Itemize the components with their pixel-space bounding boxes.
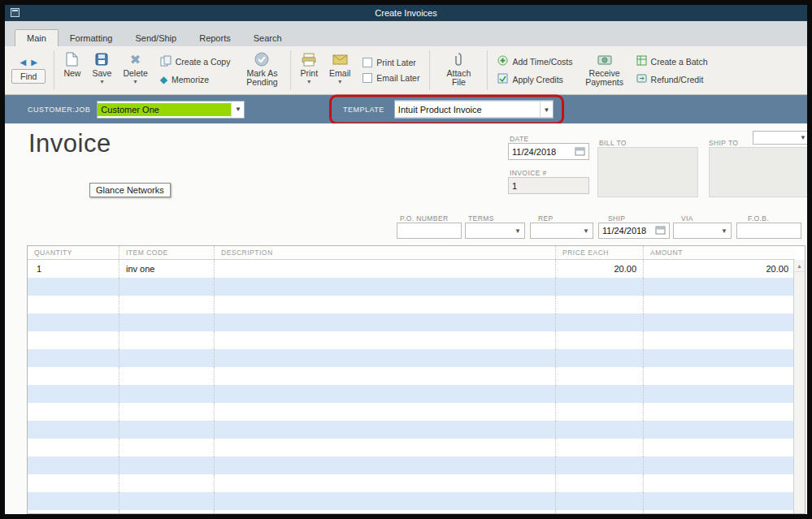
via-select[interactable]: ▼ — [673, 223, 732, 239]
tab-send-ship[interactable]: Send/Ship — [124, 30, 188, 46]
cell-quantity[interactable] — [28, 278, 119, 296]
table-row[interactable] — [28, 367, 795, 385]
cell-description[interactable] — [214, 439, 555, 456]
tab-formatting[interactable]: Formatting — [59, 30, 124, 46]
calendar-icon[interactable] — [655, 225, 666, 236]
cell-price-each[interactable] — [555, 510, 643, 514]
po-number-input[interactable] — [397, 223, 462, 239]
cell-amount[interactable] — [643, 474, 795, 492]
ship-to-select[interactable]: ▼ — [753, 131, 807, 145]
table-row[interactable] — [28, 456, 795, 474]
table-row[interactable] — [28, 349, 795, 367]
refund-credit-button[interactable]: Refund/Credit — [636, 73, 708, 85]
cell-amount[interactable] — [643, 510, 795, 514]
print-button[interactable]: Print ▾ — [294, 48, 323, 93]
fob-input[interactable] — [736, 223, 801, 239]
ship-date-input[interactable]: 11/24/2018 — [598, 223, 670, 239]
cell-item-code[interactable] — [119, 296, 214, 314]
email-button[interactable]: Email ▾ — [323, 48, 356, 93]
add-time-costs-button[interactable]: Add Time/Costs — [497, 55, 572, 67]
cell-quantity[interactable]: 1 — [28, 260, 119, 278]
new-button[interactable]: New — [58, 48, 86, 93]
table-row[interactable] — [28, 278, 795, 296]
cell-item-code[interactable] — [119, 439, 214, 456]
cell-amount[interactable]: 20.00 — [643, 260, 795, 278]
cell-quantity[interactable] — [28, 403, 119, 421]
cell-description[interactable] — [214, 385, 555, 403]
cell-quantity[interactable] — [28, 385, 119, 403]
cell-item-code[interactable] — [119, 314, 214, 331]
cell-description[interactable] — [214, 314, 555, 331]
cell-amount[interactable] — [643, 331, 795, 349]
cell-item-code[interactable] — [119, 385, 214, 403]
receive-payments-button[interactable]: Receive Payments — [580, 48, 630, 93]
cell-amount[interactable] — [643, 456, 795, 474]
cell-item-code[interactable]: inv one — [119, 260, 214, 278]
chevron-down-icon[interactable]: ▾ — [338, 80, 341, 84]
cell-price-each[interactable] — [555, 474, 643, 492]
cell-quantity[interactable] — [28, 474, 119, 492]
cell-item-code[interactable] — [119, 456, 214, 474]
customer-job-combo[interactable]: Customer One ▼ — [97, 101, 245, 119]
tab-reports[interactable]: Reports — [188, 30, 242, 46]
cell-item-code[interactable] — [119, 403, 214, 421]
cell-quantity[interactable] — [28, 492, 119, 510]
chevron-down-icon[interactable]: ▾ — [100, 80, 103, 84]
chevron-down-icon[interactable]: ▼ — [718, 227, 727, 235]
cell-amount[interactable] — [643, 367, 795, 385]
chevron-down-icon[interactable]: ▼ — [797, 134, 806, 141]
date-input[interactable]: 11/24/2018 — [508, 143, 589, 160]
cell-quantity[interactable] — [28, 367, 119, 385]
cell-quantity[interactable] — [28, 510, 119, 514]
attach-file-button[interactable]: Attach File — [433, 48, 484, 93]
cell-description[interactable] — [214, 456, 555, 474]
cell-description[interactable] — [214, 492, 555, 510]
cell-description[interactable] — [214, 331, 555, 349]
chevron-down-icon[interactable]: ▾ — [307, 80, 310, 84]
cell-quantity[interactable] — [28, 296, 119, 314]
tab-search[interactable]: Search — [242, 30, 293, 46]
cell-quantity[interactable] — [28, 314, 119, 331]
tab-main[interactable]: Main — [15, 29, 59, 46]
cell-price-each[interactable] — [555, 278, 643, 296]
cell-quantity[interactable] — [28, 439, 119, 456]
cell-amount[interactable] — [643, 385, 795, 403]
chevron-down-icon[interactable]: ▼ — [511, 227, 521, 235]
print-later-option[interactable]: Print Later — [363, 58, 419, 67]
cell-item-code[interactable] — [119, 349, 214, 367]
cell-description[interactable] — [214, 260, 555, 278]
print-later-checkbox[interactable] — [363, 58, 372, 67]
cell-price-each[interactable] — [555, 403, 643, 421]
cell-price-each[interactable] — [555, 367, 643, 385]
cell-description[interactable] — [214, 296, 555, 314]
table-row[interactable] — [28, 510, 795, 514]
chevron-down-icon[interactable]: ▼ — [540, 102, 553, 118]
back-arrow-icon[interactable]: ◀ — [20, 58, 27, 67]
chevron-down-icon[interactable]: ▼ — [231, 102, 244, 118]
forward-arrow-icon[interactable]: ▶ — [31, 58, 37, 67]
save-button[interactable]: Save ▾ — [86, 48, 117, 93]
email-later-checkbox[interactable] — [363, 73, 372, 83]
cell-amount[interactable] — [643, 421, 795, 439]
cell-quantity[interactable] — [28, 421, 119, 439]
cell-item-code[interactable] — [119, 474, 214, 492]
cell-amount[interactable] — [643, 296, 795, 314]
table-row[interactable] — [28, 421, 795, 439]
cell-price-each[interactable] — [555, 296, 643, 314]
terms-select[interactable]: ▼ — [465, 223, 525, 239]
table-row[interactable] — [28, 331, 795, 349]
cell-item-code[interactable] — [119, 278, 214, 296]
email-later-option[interactable]: Email Later — [363, 73, 419, 83]
cell-amount[interactable] — [643, 349, 795, 367]
find-button[interactable]: Find — [11, 69, 46, 84]
cell-price-each[interactable] — [555, 421, 643, 439]
cell-description[interactable] — [214, 474, 555, 492]
chevron-down-icon[interactable]: ▾ — [134, 80, 137, 84]
table-row[interactable] — [28, 296, 795, 314]
bill-to-box[interactable] — [597, 147, 698, 197]
table-row[interactable] — [28, 474, 795, 492]
table-row[interactable]: 1inv one20.0020.00 — [28, 260, 795, 278]
cell-amount[interactable] — [643, 314, 795, 331]
table-row[interactable] — [28, 314, 795, 331]
create-a-copy-button[interactable]: Create a Copy — [160, 55, 231, 68]
